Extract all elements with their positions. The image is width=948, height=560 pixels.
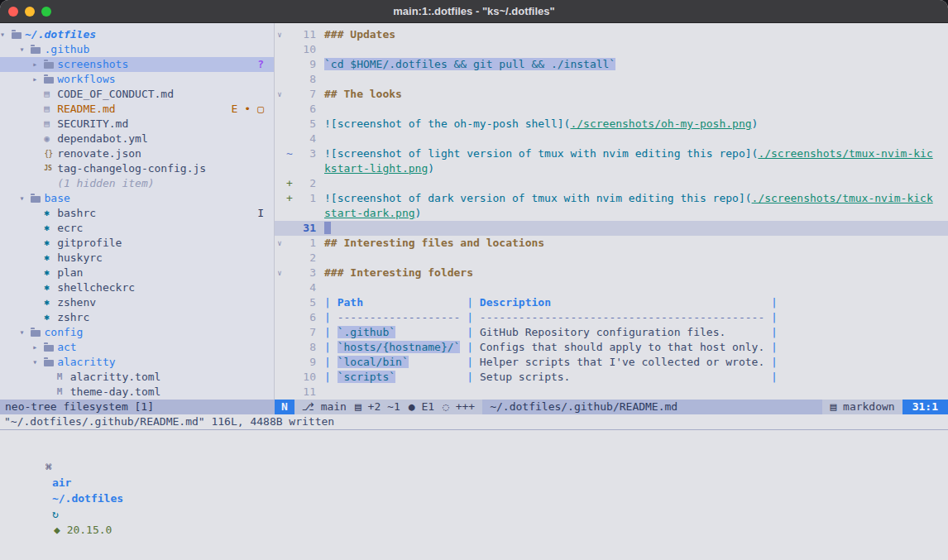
tree-item[interactable]: ecrc: [0, 221, 274, 236]
editor-line[interactable]: 4: [275, 280, 948, 295]
tree-item[interactable]: bashrcI: [0, 206, 274, 221]
line-number: [294, 161, 316, 176]
editor-line[interactable]: ∨7## The looks: [275, 87, 948, 102]
line-number: 7: [294, 87, 316, 102]
editor-line[interactable]: 7| `.github` | GitHub Repository configu…: [275, 325, 948, 340]
git-sign: [285, 385, 294, 400]
fold-marker[interactable]: ∨: [275, 236, 285, 251]
line-number: 5: [294, 117, 316, 132]
tree-item[interactable]: plan: [0, 266, 274, 280]
line-text: | `.github` | GitHub Repository configur…: [324, 325, 778, 340]
plain-text: [725, 326, 764, 338]
table-pipe: |: [460, 341, 479, 353]
fold-marker[interactable]: ∨: [275, 87, 285, 102]
editor-line[interactable]: 2: [275, 251, 948, 266]
tree-indent: [0, 295, 32, 310]
close-button[interactable]: [8, 7, 18, 17]
tree-item[interactable]: ▾.github: [0, 42, 274, 57]
editor-line[interactable]: 5| Path | Description |: [275, 295, 948, 310]
fullscreen-button[interactable]: [41, 7, 51, 17]
chevron-down-icon[interactable]: ▾: [19, 191, 31, 206]
tree-item[interactable]: tag-changelog-config.js: [0, 161, 274, 176]
tree-item[interactable]: ▾alacritty: [0, 355, 274, 370]
tmux-top-pane: ▾~/.dotfiles ▾.github ▸screenshots? ▸wor…: [0, 23, 948, 400]
editor-line[interactable]: 8: [275, 72, 948, 87]
editor-line[interactable]: start-dark.png): [275, 206, 948, 221]
editor-line[interactable]: +2: [275, 176, 948, 191]
editor-line[interactable]: ∨1## Interesting files and locations: [275, 236, 948, 251]
fold-marker[interactable]: ∨: [275, 27, 285, 42]
minimize-button[interactable]: [25, 7, 35, 17]
fold-marker: [275, 385, 285, 400]
table-pipe: |: [764, 296, 778, 309]
fold-marker[interactable]: ∨: [275, 266, 285, 280]
tree-item[interactable]: zshenv: [0, 295, 274, 310]
chevron-right-icon[interactable]: ▸: [32, 57, 44, 72]
editor-line[interactable]: 6| ------------------- | ---------------…: [275, 310, 948, 325]
tree-item-selected[interactable]: ▸screenshots?: [0, 57, 274, 72]
chevron-right-icon[interactable]: ▸: [32, 340, 44, 355]
tree-item-label: ~/.dotfiles: [25, 27, 96, 42]
tree-item[interactable]: huskyrc: [0, 251, 274, 266]
tree-item[interactable]: zshrc: [0, 310, 274, 325]
prompt-hostname: air: [52, 476, 71, 489]
editor-line[interactable]: 10: [275, 42, 948, 57]
editor-line[interactable]: 9`cd $HOME/.dotfiles && git pull && ./in…: [275, 57, 948, 72]
tree-item[interactable]: ▸act: [0, 340, 274, 355]
tree-item-badges: ?: [257, 57, 274, 72]
editor-line[interactable]: 5![screenshot of the oh-my-posh shell](.…: [275, 117, 948, 132]
tree-item-label: renovate.json: [57, 146, 141, 161]
tree-item[interactable]: theme-day.toml: [0, 385, 274, 400]
tree-item[interactable]: SECURITY.md: [0, 117, 274, 132]
line-text: ### Interesting folders: [324, 266, 473, 280]
tree-item[interactable]: CODE_OF_CONDUCT.md: [0, 87, 274, 102]
tree-item[interactable]: (1 hidden item): [0, 176, 274, 191]
tree-item-badges: I: [257, 206, 274, 221]
statusline-extra: ◌ +++: [443, 400, 475, 414]
tree-item-label: zshrc: [57, 310, 89, 325]
tree-item[interactable]: ▸workflows: [0, 72, 274, 87]
shell-pane[interactable]: ⌘ air ~/.dotfiles ↻ ◆ 20.15.0 →: [0, 429, 948, 560]
editor-current-line[interactable]: 31: [275, 221, 948, 236]
tree-item[interactable]: renovate.json: [0, 146, 274, 161]
tree-item[interactable]: ▾~/.dotfiles: [0, 27, 274, 42]
tree-item[interactable]: shellcheckrc: [0, 280, 274, 295]
editor-line[interactable]: 9| `local/bin` | Helper scripts that I'v…: [275, 355, 948, 370]
editor-line[interactable]: 10| `scripts` | Setup scripts. |: [275, 370, 948, 385]
tree-indent: [0, 251, 32, 266]
chevron-down-icon[interactable]: ▾: [19, 325, 31, 340]
tree-item[interactable]: gitprofile: [0, 236, 274, 251]
neotree-panel: ▾~/.dotfiles ▾.github ▸screenshots? ▸wor…: [0, 23, 275, 400]
line-number: 9: [294, 355, 316, 370]
editor-pane[interactable]: ∨11### Updates109`cd $HOME/.dotfiles && …: [275, 23, 948, 400]
editor-line[interactable]: 6: [275, 102, 948, 117]
editor-line[interactable]: ∨11### Updates: [275, 27, 948, 42]
chevron-down-icon[interactable]: ▾: [0, 27, 12, 42]
tree-item[interactable]: ▾config: [0, 325, 274, 340]
statusline: neo-tree filesystem [1] N ⎇ main ▤ +2 ~1…: [0, 400, 948, 414]
editor-line[interactable]: 4: [275, 132, 948, 146]
git-sign: [285, 87, 294, 102]
tree-item[interactable]: alacritty.toml: [0, 370, 274, 385]
shell-input-line[interactable]: →: [7, 553, 941, 560]
markdown-heading: ### Interesting folders: [324, 266, 473, 279]
tree-item[interactable]: README.mdE•▢: [0, 102, 274, 117]
chevron-down-icon[interactable]: ▾: [19, 42, 31, 57]
editor-line[interactable]: ~3![screenshot of light version of tmux …: [275, 146, 948, 161]
editor-line[interactable]: +1![screenshot of dark version of tmux w…: [275, 191, 948, 206]
tree-indent: [0, 72, 32, 87]
line-number: 10: [294, 370, 316, 385]
tree-item[interactable]: ▾base: [0, 191, 274, 206]
fold-marker: [275, 295, 285, 310]
tree-item-label: alacritty: [57, 355, 115, 370]
line-number: 6: [294, 310, 316, 325]
chevron-right-icon[interactable]: ▸: [32, 72, 44, 87]
tree-item[interactable]: dependabot.yml: [0, 132, 274, 146]
editor-line[interactable]: 11: [275, 385, 948, 400]
editor-line[interactable]: ∨3### Interesting folders: [275, 266, 948, 280]
chevron-down-icon[interactable]: ▾: [32, 355, 44, 370]
editor-line[interactable]: 8| `hosts/{hostname}/` | Configs that sh…: [275, 340, 948, 355]
tree-indent: [0, 161, 32, 176]
neotree-list: ▾~/.dotfiles ▾.github ▸screenshots? ▸wor…: [0, 27, 274, 400]
editor-line[interactable]: kstart-light.png): [275, 161, 948, 176]
